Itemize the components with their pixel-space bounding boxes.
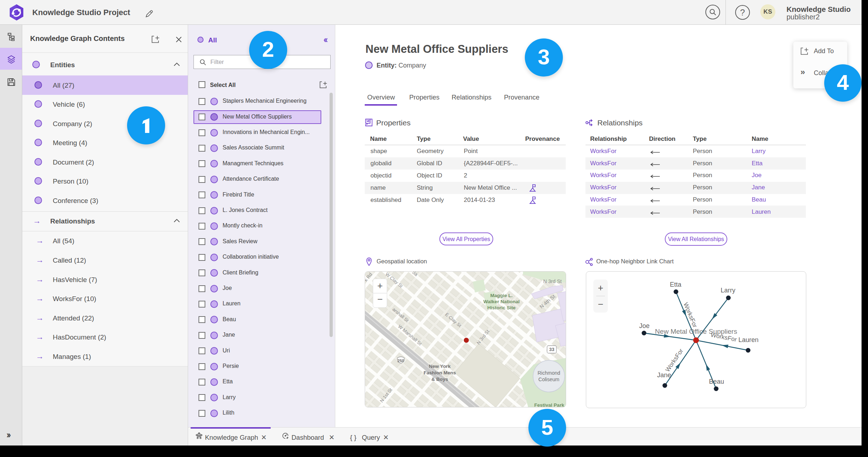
svg-text:Historic Site: Historic Site: [487, 305, 516, 310]
svg-text:+: +: [377, 280, 383, 291]
svg-text:Beau: Beau: [709, 378, 724, 385]
svg-text:−: −: [377, 294, 383, 305]
svg-text:Richmond: Richmond: [537, 370, 560, 376]
svg-text:250: 250: [397, 359, 404, 363]
svg-text:Lauren: Lauren: [738, 336, 759, 343]
svg-text:Fashion Mens: Fashion Mens: [424, 370, 456, 375]
svg-text:Maggie L.: Maggie L.: [490, 293, 513, 298]
svg-text:& Boys: & Boys: [431, 377, 448, 382]
svg-text:+: +: [598, 282, 603, 293]
svg-text:33: 33: [549, 347, 554, 352]
svg-text:WorksFor: WorksFor: [682, 301, 699, 328]
svg-text:Walker National: Walker National: [484, 299, 520, 304]
svg-text:−: −: [598, 299, 603, 310]
svg-text:Festival Park: Festival Park: [534, 402, 564, 407]
svg-text:Joe: Joe: [639, 322, 649, 329]
svg-text:WorksFor: WorksFor: [664, 347, 685, 373]
svg-text:Larry: Larry: [720, 287, 735, 294]
svg-text:Coliseum: Coliseum: [538, 377, 559, 382]
svg-text:New York: New York: [429, 364, 451, 369]
svg-text:N 3rd St: N 3rd St: [543, 278, 561, 284]
svg-text:Etta: Etta: [670, 281, 682, 288]
